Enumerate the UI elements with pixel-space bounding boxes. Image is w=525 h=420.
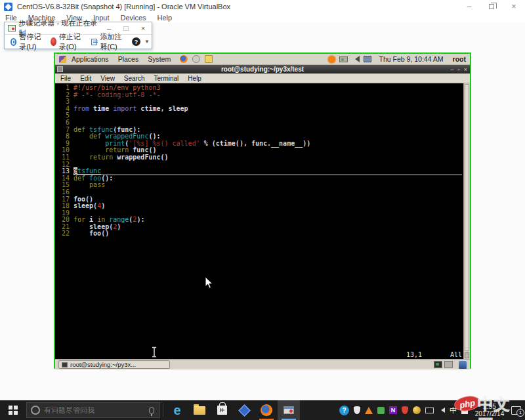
display-icon[interactable] [364,56,371,62]
code-area[interactable]: 1#!/usr/bin/env python32# -*- coding:utf… [56,85,462,238]
defender-shield-icon[interactable] [354,406,360,414]
terminal-menubar: File Edit View Search Terminal Help [55,74,470,83]
vm-screen[interactable]: Applications Places System Thu Feb 9, 10… [54,52,471,369]
windows-store-icon [217,406,227,415]
code-line: 14def foo(): [56,175,462,182]
tray-volume-icon[interactable] [438,408,445,413]
stop-record-button[interactable]: 停止记录(O) [49,32,87,52]
terminal-body[interactable]: 1#!/usr/bin/env python32# -*- coding:utf… [55,83,470,359]
menu-help[interactable]: Help [158,14,173,22]
gnome-menu-icon[interactable] [59,56,66,63]
gnome-menu-applications[interactable]: Applications [72,55,109,63]
mouse-cursor [205,276,214,289]
search-input[interactable] [44,406,145,414]
close-button[interactable]: × [503,1,525,12]
menu-file[interactable]: File [5,14,17,22]
cortana-icon [31,406,40,415]
terminal-scrollbar[interactable] [463,83,470,359]
gnome-menu-places[interactable]: Places [118,55,139,63]
tray-app-icon[interactable] [413,406,421,414]
code-line: 16 [56,189,462,196]
code-line: 2# -*- coding:utf-8 -*- [56,92,462,99]
code-line: 15 pass [56,182,462,189]
code-line: 4from time import ctime, sleep [56,106,462,113]
scrollbar-button[interactable] [465,352,469,358]
ibeam-cursor [151,346,158,358]
file-explorer-icon [194,406,205,415]
help-tray-icon[interactable]: ? [339,406,349,415]
terminal-maximize-button[interactable]: ▫ [458,66,460,73]
action-center-icon[interactable]: 1 [511,406,521,415]
terminal-menu-view[interactable]: View [100,75,115,82]
stop-icon [51,37,56,46]
tray-document-icon[interactable] [461,406,468,414]
taskbar-clock[interactable]: 2:55 2017/2/14 [472,403,507,417]
taskbar-recorder-button[interactable] [278,400,300,420]
ime-indicator[interactable]: 中 [450,406,457,415]
scrollbar-thumb[interactable] [465,84,469,351]
panel-user[interactable]: root [453,55,466,63]
microphone-icon[interactable] [149,407,154,414]
help-icon: ? [132,37,140,46]
terminal-window-icon [57,66,63,72]
add-comment-button[interactable]: 添加注释(C) [89,32,127,52]
taskbar-store-button[interactable] [211,400,233,420]
desktop: CentOS-V6.8-32Bit (Snapshot 4) [Running]… [0,0,525,420]
restore-button[interactable] [480,1,503,12]
notes-launcher-icon[interactable] [205,55,213,63]
firefox-launcher-icon[interactable] [180,55,188,63]
stop-record-label: 停止记录(O) [59,32,85,52]
code-line: 17foo() [56,196,462,203]
gnome-bottom-panel: root@studying:~/py3x... [55,359,470,369]
terminal-title: root@studying:~/py3x/test [221,66,304,73]
terminal-menu-terminal[interactable]: Terminal [154,75,179,82]
cortana-search-box[interactable] [26,402,160,418]
start-button[interactable] [0,400,26,420]
recorder-toolbar: 暂停记录(U) 停止记录(O) 添加注释(C) ? ▼ [5,35,152,49]
menu-devices[interactable]: Devices [120,14,146,22]
terminal-titlebar[interactable]: root@studying:~/py3x/test – ▫ × [55,65,470,74]
edge-icon: e [173,404,180,417]
taskbar-divider [163,404,163,417]
clock-time: 2:55 [472,403,507,410]
minimize-button[interactable]: – [458,1,480,12]
security-shield-icon[interactable] [402,406,408,414]
messenger-icon[interactable] [377,407,385,414]
recorder-close-button[interactable]: × [135,24,152,32]
workspace-1[interactable] [434,361,442,368]
terminal-menu-edit[interactable]: Edit [80,75,91,82]
terminal-menu-search[interactable]: Search [124,75,145,82]
system-tray: ? N 中 2:55 2017/2/14 1 [339,403,525,417]
pause-record-button[interactable]: 暂停记录(U) [9,32,46,52]
tool-launcher-icon[interactable] [192,55,200,63]
gnome-top-panel: Applications Places System Thu Feb 9, 10… [55,54,470,65]
restore-icon [489,4,494,9]
terminal-close-button[interactable]: × [464,66,467,73]
taskbar-window-button[interactable]: root@studying:~/py3x... [58,360,170,369]
terminal-menu-file[interactable]: File [60,75,71,82]
terminal-minimize-button[interactable]: – [451,66,454,73]
gnome-menu-system[interactable]: System [148,55,171,63]
pause-record-label: 暂停记录(U) [19,32,44,52]
panel-clock[interactable]: Thu Feb 9, 10:44 AM [379,55,444,63]
virtualbox-icon [238,404,250,416]
vlc-icon[interactable] [365,407,373,414]
tray-display-icon[interactable] [425,408,434,413]
code-line: 18sleep(4) [56,203,462,210]
update-notifier-icon[interactable] [328,56,335,63]
onenote-icon[interactable]: N [389,406,397,414]
workspace-2[interactable] [444,361,453,368]
taskbar-virtualbox-button[interactable] [233,400,255,420]
terminal-menu-help[interactable]: Help [188,75,201,82]
terminal-task-icon [62,362,68,368]
volume-icon[interactable] [352,56,360,62]
code-line: 22 foo() [56,230,462,238]
clock-date: 2017/2/14 [472,410,507,417]
trash-icon[interactable] [459,361,467,369]
taskbar-firefox-button[interactable] [255,400,278,420]
network-icon[interactable] [339,56,348,62]
vim-statusline: 13,1 All [55,351,462,358]
taskbar-edge-button[interactable]: e [166,400,188,420]
recorder-help-button[interactable]: ? ▼ [130,37,152,47]
taskbar-explorer-button[interactable] [188,400,211,420]
